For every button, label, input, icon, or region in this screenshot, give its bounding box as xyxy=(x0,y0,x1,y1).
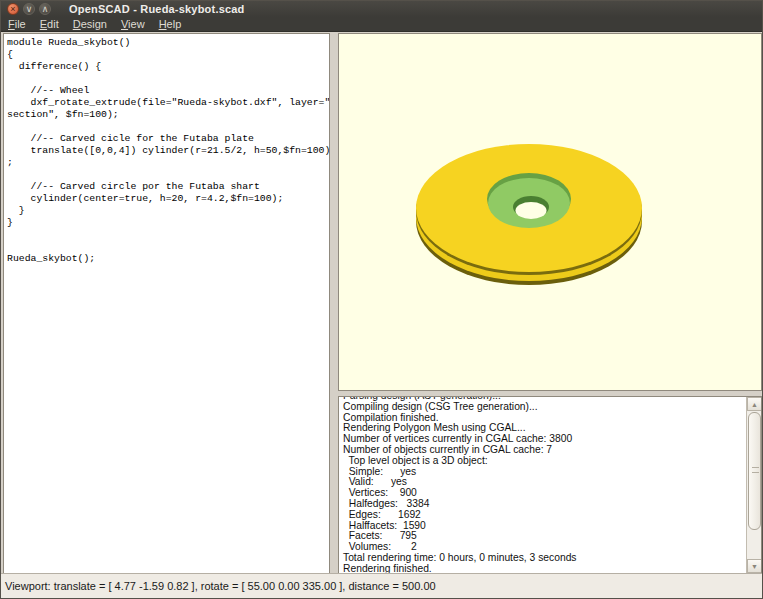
openscad-window: × ∨ ∧ OpenSCAD - Rueda-skybot.scad FileE… xyxy=(0,0,763,599)
status-bar: Viewport: translate = [ 4.77 -1.59 0.82 … xyxy=(1,573,762,598)
console-text: Parsing design (AST generation)...Compil… xyxy=(339,396,745,574)
menu-item-edit[interactable]: Edit xyxy=(33,17,66,31)
viewport-status-text: Viewport: translate = [ 4.77 -1.59 0.82 … xyxy=(5,580,436,592)
maximize-button[interactable]: ∧ xyxy=(39,3,51,15)
text-line: Top level object is a 3D object: xyxy=(343,456,745,467)
text-line xyxy=(7,169,329,181)
text-line: { xyxy=(7,49,329,61)
wheel-3d-render xyxy=(339,34,761,390)
minimize-button[interactable]: ∨ xyxy=(23,3,35,15)
text-line: ; xyxy=(7,157,329,169)
scrollbar-thumb[interactable] xyxy=(748,412,761,530)
center-hole-opening xyxy=(516,202,547,219)
text-line: difference() { xyxy=(7,61,329,73)
console-output[interactable]: Parsing design (AST generation)...Compil… xyxy=(338,396,762,574)
text-line xyxy=(7,229,329,241)
scrollbar-down-arrow[interactable]: ▼ xyxy=(747,559,762,573)
text-line: //-- Carved cicle for the Futaba plate xyxy=(7,133,329,145)
menu-item-design[interactable]: Design xyxy=(66,17,114,31)
text-line: dxf_rotate_extrude(file="Rueda-skybot.dx… xyxy=(7,97,329,109)
text-line: //-- Wheel xyxy=(7,85,329,97)
text-line: } xyxy=(7,205,329,217)
text-line: Compiling design (CSG Tree generation)..… xyxy=(343,402,745,413)
code-editor[interactable]: module Rueda_skybot(){ difference() { //… xyxy=(3,33,330,574)
console-scrollbar[interactable]: ▲ ▼ xyxy=(746,397,761,573)
text-line: Rueda_skybot(); xyxy=(7,253,329,265)
title-bar[interactable]: × ∨ ∧ OpenSCAD - Rueda-skybot.scad xyxy=(1,1,762,17)
menu-item-file[interactable]: File xyxy=(1,17,33,31)
text-line: module Rueda_skybot() xyxy=(7,37,329,49)
text-line: //-- Carved circle por the Futaba shart xyxy=(7,181,329,193)
text-line xyxy=(7,73,329,85)
text-line: cylinder(center=true, h=20, r=4.2,$fn=10… xyxy=(7,193,329,205)
close-button[interactable]: × xyxy=(7,3,19,15)
window-title: OpenSCAD - Rueda-skybot.scad xyxy=(69,3,245,15)
text-line: translate([0,0,4]) cylinder(r=21.5/2, h=… xyxy=(7,145,329,157)
window-buttons: × ∨ ∧ xyxy=(7,3,51,15)
viewport-3d[interactable] xyxy=(338,33,762,391)
scrollbar-up-arrow[interactable]: ▲ xyxy=(747,397,762,411)
menu-item-help[interactable]: Help xyxy=(152,17,189,31)
text-line: } xyxy=(7,217,329,229)
text-line: Edges: 1692 xyxy=(343,510,745,521)
menubar: FileEditDesignViewHelp xyxy=(1,17,762,32)
text-line: section", $fn=100); xyxy=(7,109,329,121)
text-line xyxy=(7,121,329,133)
text-line xyxy=(7,241,329,253)
scrollbar-grip xyxy=(752,467,759,473)
menu-item-view[interactable]: View xyxy=(114,17,152,31)
